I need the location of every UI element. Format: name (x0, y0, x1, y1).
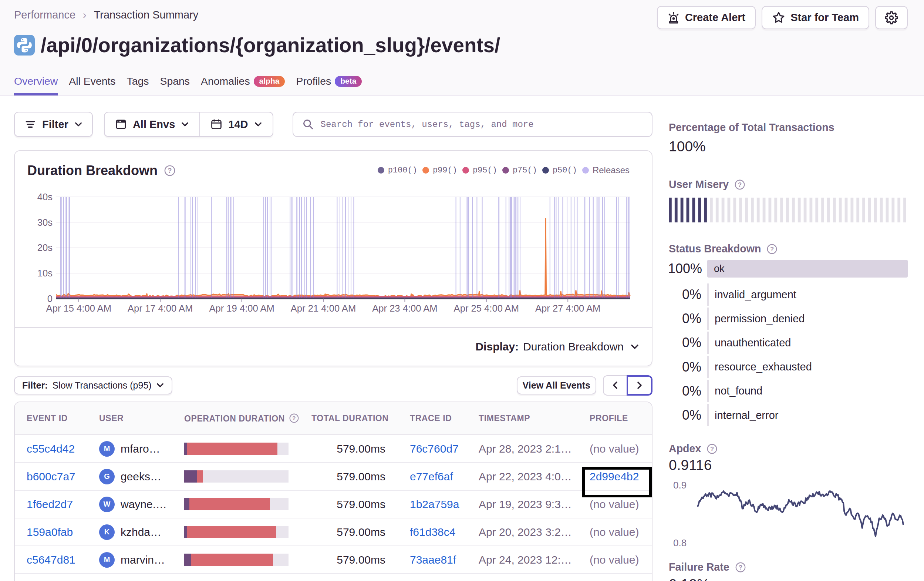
svg-text:40s: 40s (37, 192, 53, 202)
svg-text:10s: 10s (37, 268, 53, 278)
svg-text:30s: 30s (37, 217, 53, 228)
svg-text:Apr 21 4:00 AM: Apr 21 4:00 AM (291, 303, 356, 313)
svg-text:0: 0 (47, 293, 53, 304)
svg-text:?: ? (738, 181, 742, 188)
svg-text:?: ? (168, 167, 172, 174)
svg-text:Apr 25 4:00 AM: Apr 25 4:00 AM (454, 303, 519, 313)
svg-text:20s: 20s (37, 242, 53, 253)
svg-text:?: ? (770, 245, 774, 252)
svg-text:?: ? (739, 564, 742, 571)
svg-text:?: ? (710, 445, 714, 452)
svg-text:Apr 15 4:00 AM: Apr 15 4:00 AM (46, 303, 111, 313)
svg-text:Apr 17 4:00 AM: Apr 17 4:00 AM (128, 303, 193, 313)
svg-text:Apr 19 4:00 AM: Apr 19 4:00 AM (209, 303, 274, 313)
svg-text:Apr 27 4:00 AM: Apr 27 4:00 AM (535, 303, 601, 313)
svg-text:Apr 23 4:00 AM: Apr 23 4:00 AM (372, 303, 437, 313)
svg-text:?: ? (292, 415, 296, 421)
